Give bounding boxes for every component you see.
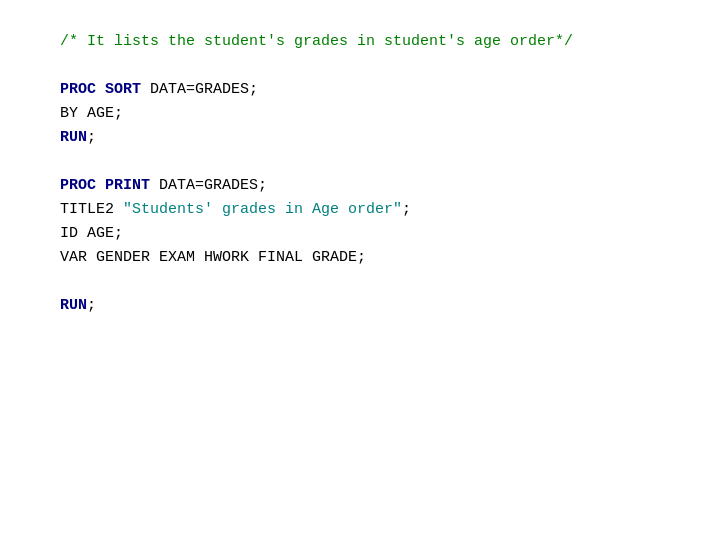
title2-line: TITLE2 "Students' grades in Age order"; [60, 198, 660, 222]
proc-print-data: DATA=GRADES; [150, 177, 267, 194]
proc-print-line: PROC PRINT DATA=GRADES; [60, 174, 660, 198]
blank-line-1 [60, 54, 660, 78]
blank-line-2 [60, 150, 660, 174]
var-line: VAR GENDER EXAM HWORK FINAL GRADE; [60, 246, 660, 270]
comment-line: /* It lists the student's grades in stud… [60, 30, 660, 54]
run2-semi: ; [87, 297, 96, 314]
title2-keyword: TITLE2 [60, 201, 123, 218]
run2-line: RUN; [60, 294, 660, 318]
by-age-line: BY AGE; [60, 102, 660, 126]
run1-line: RUN; [60, 126, 660, 150]
keyword-run2: RUN [60, 297, 87, 314]
title2-semi: ; [402, 201, 411, 218]
run1-semi: ; [87, 129, 96, 146]
id-age-line: ID AGE; [60, 222, 660, 246]
keyword-proc-sort: PROC SORT [60, 81, 141, 98]
code-container: /* It lists the student's grades in stud… [0, 0, 720, 348]
proc-sort-line: PROC SORT DATA=GRADES; [60, 78, 660, 102]
keyword-run1: RUN [60, 129, 87, 146]
keyword-proc-print: PROC PRINT [60, 177, 150, 194]
proc-sort-data: DATA=GRADES; [141, 81, 258, 98]
title2-string: "Students' grades in Age order" [123, 201, 402, 218]
blank-line-3 [60, 270, 660, 294]
